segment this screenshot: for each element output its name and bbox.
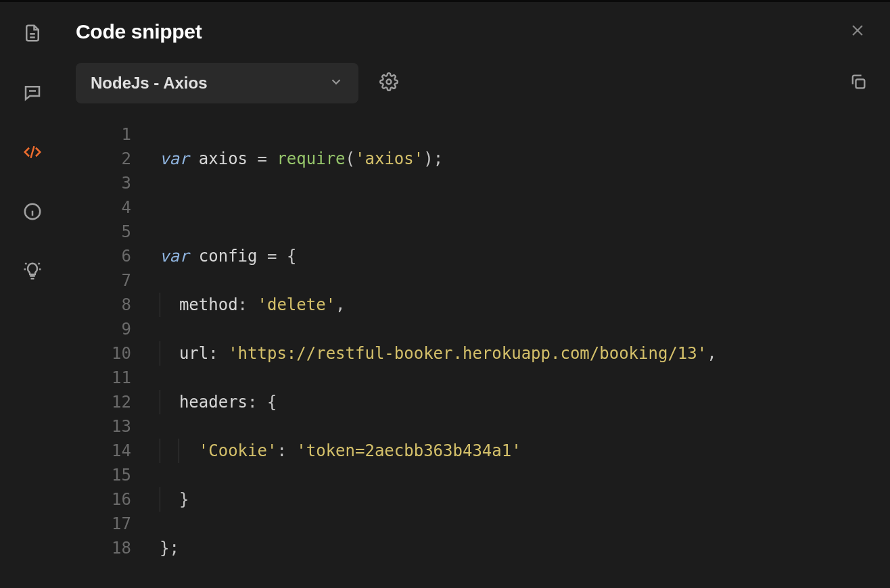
info-icon: [22, 201, 43, 224]
chevron-down-icon: [329, 74, 344, 92]
document-icon: [22, 23, 43, 46]
tab-comment[interactable]: [20, 82, 45, 106]
language-select-label: NodeJs - Axios: [91, 74, 208, 93]
tab-info[interactable]: [20, 201, 45, 225]
copy-icon: [849, 72, 868, 94]
language-select[interactable]: NodeJs - Axios: [76, 63, 358, 103]
svg-point-1: [387, 80, 392, 84]
tab-hint[interactable]: [20, 260, 45, 285]
copy-button[interactable]: [845, 70, 871, 96]
gear-icon: [379, 72, 398, 94]
close-icon: [849, 22, 866, 41]
main-panel: Code snippet NodeJs - Axios: [65, 2, 890, 588]
tab-code[interactable]: [20, 141, 45, 166]
code-editor[interactable]: 123456789101112131415161718 var axios = …: [76, 122, 871, 588]
panel-title: Code snippet: [76, 20, 202, 43]
settings-button[interactable]: [376, 70, 402, 96]
sidebar: [0, 2, 65, 588]
code-icon: [22, 142, 43, 165]
close-button[interactable]: [844, 18, 871, 45]
line-gutter: 123456789101112131415161718: [88, 122, 135, 588]
tab-document[interactable]: [20, 22, 45, 47]
code-content: var axios = require('axios'); var config…: [135, 122, 717, 588]
comment-icon: [22, 82, 43, 105]
lightbulb-icon: [22, 261, 43, 284]
svg-rect-2: [856, 80, 865, 89]
